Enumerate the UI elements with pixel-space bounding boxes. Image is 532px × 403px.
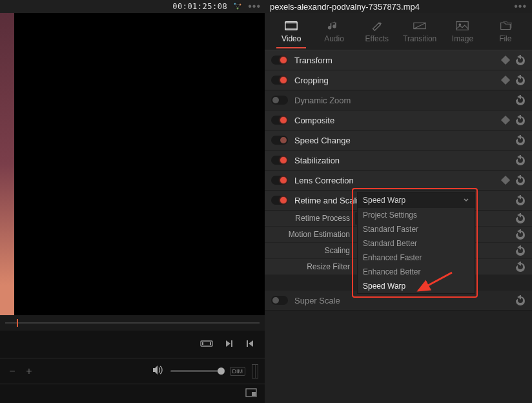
tab-label: Video bbox=[281, 34, 301, 43]
section-cropping[interactable]: Cropping bbox=[265, 70, 532, 90]
toggle-cropping[interactable] bbox=[271, 76, 288, 85]
svg-rect-14 bbox=[456, 21, 468, 30]
toggle-super-scale[interactable] bbox=[271, 296, 288, 305]
section-lens-correction[interactable]: Lens Correction bbox=[265, 170, 532, 191]
reset-icon[interactable] bbox=[515, 155, 526, 165]
auto-color-icon[interactable] bbox=[232, 1, 243, 12]
reset-icon[interactable] bbox=[515, 195, 526, 205]
inspector-tabs: Video Audio Effects Transition Image Fil… bbox=[265, 13, 532, 50]
tab-label: File bbox=[499, 34, 511, 43]
keyframe-icon[interactable] bbox=[501, 116, 510, 125]
option-standard-better[interactable]: Standard Better bbox=[358, 236, 475, 251]
svg-rect-6 bbox=[231, 340, 232, 347]
clip-filename: pexels-alexandr-podvalny-7357873.mp4 bbox=[270, 2, 420, 12]
timecode-display: 00:01:25:08 bbox=[172, 2, 227, 11]
next-frame-icon[interactable] bbox=[225, 339, 234, 350]
tab-label: Image bbox=[452, 34, 473, 43]
tab-label: Effects bbox=[365, 34, 389, 43]
section-dynamic-zoom[interactable]: Dynamic Zoom bbox=[265, 90, 532, 110]
option-speed-warp[interactable]: Speed Warp bbox=[358, 279, 475, 293]
tab-label: Audio bbox=[324, 34, 344, 43]
toggle-retime-scaling[interactable] bbox=[271, 196, 288, 205]
motion-estimation-dropdown: Speed Warp Project Settings Standard Fas… bbox=[357, 192, 475, 294]
section-transform[interactable]: Transform bbox=[265, 50, 532, 70]
loop-icon[interactable] bbox=[200, 339, 213, 350]
tab-label: Transition bbox=[403, 34, 436, 43]
chevron-down-icon bbox=[463, 197, 469, 203]
svg-rect-9 bbox=[252, 392, 256, 396]
dim-button[interactable]: DIM bbox=[230, 367, 246, 376]
toggle-speed-change[interactable] bbox=[271, 136, 288, 145]
reset-icon[interactable] bbox=[515, 55, 526, 65]
volume-slider[interactable] bbox=[170, 370, 223, 372]
audio-meter bbox=[252, 364, 258, 378]
section-composite[interactable]: Composite bbox=[265, 110, 532, 130]
reset-icon[interactable] bbox=[515, 175, 526, 185]
keyframe-icon[interactable] bbox=[501, 56, 510, 65]
zoom-in-icon[interactable]: + bbox=[23, 366, 35, 377]
option-enhanced-faster[interactable]: Enhanced Faster bbox=[358, 251, 475, 265]
reset-icon[interactable] bbox=[515, 229, 526, 240]
keyframe-icon[interactable] bbox=[501, 176, 510, 185]
motion-estimation-select[interactable]: Speed Warp bbox=[358, 192, 475, 208]
toggle-stabilization[interactable] bbox=[271, 156, 288, 165]
reset-icon[interactable] bbox=[515, 295, 526, 305]
toggle-lens-correction[interactable] bbox=[271, 176, 288, 185]
video-preview bbox=[0, 13, 265, 315]
tab-video[interactable]: Video bbox=[270, 20, 312, 43]
toggle-dynamic-zoom[interactable] bbox=[271, 96, 288, 105]
tab-image[interactable]: Image bbox=[441, 20, 484, 43]
timeline-scrubber[interactable] bbox=[0, 315, 265, 331]
svg-rect-5 bbox=[210, 342, 211, 345]
section-stabilization[interactable]: Stabilization bbox=[265, 150, 532, 170]
section-speed-change[interactable]: Speed Change bbox=[265, 130, 532, 150]
toggle-transform[interactable] bbox=[271, 56, 288, 65]
svg-rect-12 bbox=[285, 28, 297, 30]
svg-rect-7 bbox=[247, 340, 248, 347]
reset-icon[interactable] bbox=[515, 95, 526, 105]
reset-icon[interactable] bbox=[515, 135, 526, 145]
reset-icon[interactable] bbox=[515, 75, 526, 85]
tab-transition[interactable]: Transition bbox=[398, 20, 441, 43]
tab-effects[interactable]: Effects bbox=[356, 20, 398, 43]
option-standard-faster[interactable]: Standard Faster bbox=[358, 222, 475, 236]
toggle-composite[interactable] bbox=[271, 116, 288, 125]
reset-icon[interactable] bbox=[515, 262, 526, 272]
option-project-settings[interactable]: Project Settings bbox=[358, 208, 475, 222]
fullscreen-icon[interactable] bbox=[245, 388, 257, 399]
prev-frame-icon[interactable] bbox=[245, 339, 254, 350]
reset-icon[interactable] bbox=[515, 245, 526, 256]
zoom-out-icon[interactable]: − bbox=[6, 366, 18, 377]
svg-rect-11 bbox=[285, 21, 297, 23]
tab-file[interactable]: File bbox=[484, 20, 527, 43]
speaker-icon[interactable] bbox=[152, 365, 164, 377]
tab-audio[interactable]: Audio bbox=[312, 20, 355, 43]
more-icon[interactable]: ••• bbox=[248, 1, 261, 12]
reset-icon[interactable] bbox=[515, 213, 526, 223]
keyframe-icon[interactable] bbox=[501, 76, 510, 85]
inspector-more-icon[interactable]: ••• bbox=[514, 1, 527, 12]
svg-rect-4 bbox=[202, 342, 203, 345]
option-enhanced-better[interactable]: Enhanced Better bbox=[358, 265, 475, 279]
reset-icon[interactable] bbox=[515, 115, 526, 125]
